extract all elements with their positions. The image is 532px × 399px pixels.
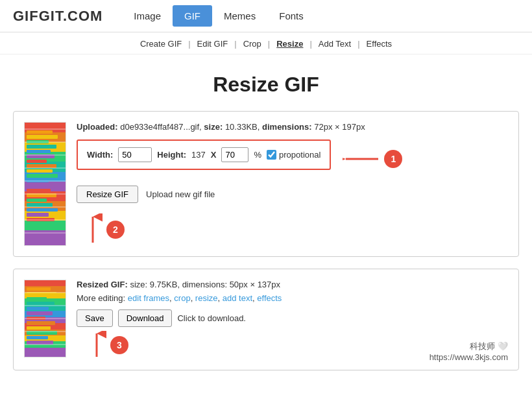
uploaded-label: Uploaded: (77, 122, 118, 132)
add-text-link[interactable]: add text (223, 293, 252, 303)
resized-dims: 50px × 137px (230, 280, 280, 289)
resized-card: Resized GIF: size: 9.75KB, dimensions: 5… (13, 269, 519, 370)
proportional-label: propotional (279, 150, 320, 160)
annotation-1: 1 (343, 150, 402, 168)
badge-2: 2 (106, 221, 125, 239)
watermark: 科技师 🤍 https://www.3kjs.com (429, 341, 508, 362)
resize-gif-button[interactable]: Resize GIF (77, 186, 138, 203)
percent-sign: % (254, 150, 261, 160)
btn-and-annotation: Resize GIF Upload new gif file (77, 186, 215, 246)
arrow-2-svg (83, 213, 103, 246)
download-button[interactable]: Download (118, 309, 173, 327)
resized-size: 9.75KB, (150, 280, 180, 289)
nav-item-memes[interactable]: Memes (212, 5, 267, 27)
width-input[interactable] (118, 147, 152, 162)
header: GIFGIT.COM Image GIF Memes Fonts (0, 0, 532, 32)
upload-new-link[interactable]: Upload new gif file (146, 189, 215, 199)
watermark-url: https://www.3kjs.com (429, 352, 508, 362)
crop-link[interactable]: crop (174, 293, 190, 303)
main-content: Uploaded: d0e933e4ffaf487...gif, size: 1… (0, 111, 532, 395)
upload-card-info: Uploaded: d0e933e4ffaf487...gif, size: 1… (77, 122, 508, 246)
x-separator: X (211, 150, 217, 160)
proportional-checkbox-area: propotional (267, 150, 320, 160)
click-download-text: Click to download. (177, 313, 246, 323)
height-label: Height: (157, 150, 186, 160)
resized-info-text: Resized GIF: size: 9.75KB, dimensions: 5… (77, 280, 508, 289)
annotation-2: 2 (83, 213, 125, 246)
width-label: Width: (87, 150, 113, 160)
subnav-create-gif[interactable]: Create GIF (134, 39, 188, 49)
main-nav: Image GIF Memes Fonts (122, 5, 315, 27)
gif-thumbnail-upper (24, 122, 66, 246)
resize-controls-box: Width: Height: 137 X % propotional (77, 139, 331, 170)
logo: GIFGIT.COM (13, 8, 103, 25)
percent-input[interactable] (221, 147, 248, 162)
badge-1: 1 (384, 150, 402, 168)
uploaded-filename: d0e933e4ffaf487...gif, (120, 122, 202, 132)
arrow-3-svg (87, 331, 106, 359)
resize-btn-row: Resize GIF Upload new gif file (77, 186, 215, 203)
page-title: Resize GIF (0, 73, 532, 97)
height-value: 137 (191, 150, 206, 160)
resize-link[interactable]: resize (195, 293, 218, 303)
resized-dims-label: dimensions: (182, 280, 227, 289)
sub-nav: Create GIF | Edit GIF | Crop | Resize | … (0, 32, 532, 54)
subnav-add-text[interactable]: Add Text (312, 39, 357, 49)
annotation-3: 3 (87, 331, 128, 359)
size-label: size: (204, 122, 223, 132)
subnav-crop[interactable]: Crop (237, 39, 268, 49)
heart-icon: 🤍 (498, 341, 508, 351)
nav-item-fonts[interactable]: Fonts (267, 5, 315, 27)
more-editing-label: More editing: (77, 293, 125, 303)
uploaded-size: 10.33KB, (225, 122, 260, 132)
buttons-area: Resize GIF Upload new gif file (77, 186, 508, 246)
gif-thumbnail-lower (24, 280, 66, 357)
subnav-effects[interactable]: Effects (360, 39, 399, 49)
badge-3: 3 (110, 336, 128, 354)
resized-size-label: size: (130, 280, 147, 289)
more-editing-row: More editing: edit frames, crop, resize,… (77, 293, 508, 303)
nav-item-gif[interactable]: GIF (173, 5, 212, 27)
watermark-brand: 科技师 🤍 (429, 341, 508, 352)
uploaded-info: Uploaded: d0e933e4ffaf487...gif, size: 1… (77, 122, 508, 132)
subnav-edit-gif[interactable]: Edit GIF (191, 39, 235, 49)
uploaded-dims: 72px × 197px (314, 122, 365, 132)
resized-label: Resized GIF: (77, 280, 128, 289)
save-button[interactable]: Save (77, 309, 113, 327)
arrow-1-svg (343, 151, 381, 167)
subnav-resize[interactable]: Resize (270, 39, 309, 49)
nav-item-image[interactable]: Image (122, 5, 173, 27)
upload-card: Uploaded: d0e933e4ffaf487...gif, size: 1… (13, 111, 519, 257)
dims-label: dimensions: (262, 122, 312, 132)
save-download-buttons: Save Download Click to download. (77, 309, 246, 327)
proportional-checkbox[interactable] (267, 150, 276, 160)
page-title-area: Resize GIF (0, 54, 532, 111)
edit-frames-link[interactable]: edit frames (128, 293, 169, 303)
effects-link[interactable]: effects (257, 293, 282, 303)
